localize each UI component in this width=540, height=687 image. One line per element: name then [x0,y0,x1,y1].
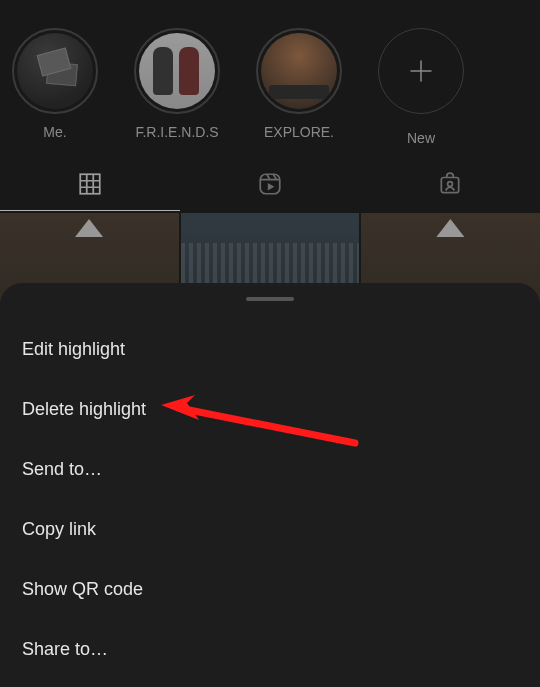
menu-label: Copy link [22,519,96,540]
menu-delete-highlight[interactable]: Delete highlight [22,379,518,439]
menu-edit-highlight[interactable]: Edit highlight [22,319,518,379]
menu-label: Delete highlight [22,399,146,420]
menu-label: Show QR code [22,579,143,600]
menu-label: Share to… [22,639,108,660]
menu-label: Send to… [22,459,102,480]
menu-send-to[interactable]: Send to… [22,439,518,499]
menu-show-qr[interactable]: Show QR code [22,559,518,619]
menu-share-to[interactable]: Share to… [22,619,518,679]
highlight-action-sheet: Edit highlight Delete highlight Send to…… [0,283,540,687]
menu-label: Edit highlight [22,339,125,360]
sheet-grabber[interactable] [246,297,294,301]
menu-copy-link[interactable]: Copy link [22,499,518,559]
